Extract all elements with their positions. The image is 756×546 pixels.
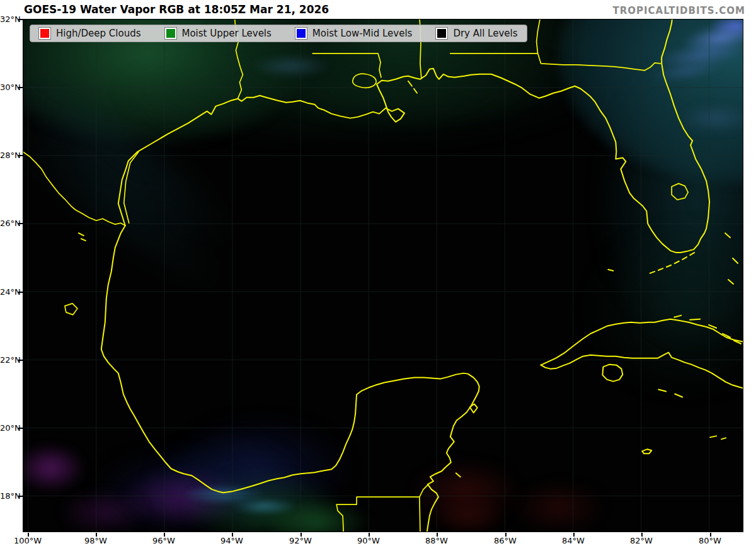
lon-label-86w: 86°W <box>485 536 525 545</box>
lat-tick <box>18 223 23 224</box>
legend-item-moist-upper: Moist Upper Levels <box>165 28 272 39</box>
florida-keys <box>650 253 694 273</box>
lat-label-24n: 24°N <box>0 287 18 297</box>
lon-label-92w: 92°W <box>280 536 321 545</box>
site-watermark: TROPICALTIDBITS.COM <box>613 5 746 16</box>
border-mexico-belize <box>420 484 428 497</box>
page-title: GOES-19 Water Vapor RGB at 18:05Z Mar 21… <box>24 3 329 16</box>
isla-juventud <box>602 365 622 382</box>
lon-label-98w: 98°W <box>76 536 116 545</box>
legend-label-dry-all-levels: Dry All Levels <box>453 28 517 39</box>
border-rio-grande <box>23 152 125 225</box>
lat-label-18n: 18°N <box>0 491 18 501</box>
lat-label-30n: 30°N <box>0 82 18 92</box>
page: { "header": { "title": "GOES-19 Water Va… <box>0 0 756 546</box>
lon-tick <box>232 533 233 537</box>
lat-label-20n: 20°N <box>0 423 18 433</box>
lon-tick <box>437 533 438 537</box>
legend-swatch-moist-upper <box>165 28 176 39</box>
mexico-coastline <box>101 225 479 532</box>
lon-label-100w: 100°W <box>8 536 48 545</box>
lon-tick <box>164 533 165 537</box>
lon-label-88w: 88°W <box>416 536 457 545</box>
lon-tick <box>710 533 711 537</box>
lon-tick <box>96 533 97 537</box>
border-la-ms <box>312 54 381 77</box>
lon-tick <box>641 533 643 537</box>
lon-label-80w: 80°W <box>690 536 730 545</box>
coastline-overlay <box>23 20 743 532</box>
satellite-map: High/Deep Clouds Moist Upper Levels Mois… <box>23 19 743 532</box>
lon-label-96w: 96°W <box>144 536 184 545</box>
lake-okeechobee <box>672 183 688 200</box>
lake-pontchartrain <box>353 74 376 88</box>
legend-item-moist-low-mid: Moist Low-Mid Levels <box>295 28 413 39</box>
cuba-south-coast <box>541 353 743 389</box>
lat-label-26n: 26°N <box>0 219 18 228</box>
lat-tick <box>18 428 23 429</box>
lat-label-22n: 22°N <box>0 355 18 365</box>
mexico-lagoon <box>65 304 77 315</box>
legend-swatch-high-deep-clouds <box>39 28 50 39</box>
lon-label-90w: 90°W <box>348 536 389 545</box>
legend-swatch-moist-low-mid <box>295 28 307 39</box>
lon-tick <box>573 533 575 537</box>
island-dashes <box>79 81 741 477</box>
lon-tick <box>301 533 302 537</box>
lon-label-82w: 82°W <box>621 536 662 545</box>
map-legend: High/Deep Clouds Moist Upper Levels Mois… <box>30 25 527 42</box>
lat-tick <box>18 360 23 361</box>
legend-swatch-dry-all-levels <box>436 28 447 39</box>
lon-tick <box>28 533 29 537</box>
lon-label-84w: 84°W <box>553 536 593 545</box>
legend-label-high-deep-clouds: High/Deep Clouds <box>56 28 141 39</box>
lat-tick <box>18 19 23 20</box>
lat-tick <box>18 155 23 156</box>
us-coastline <box>118 20 709 253</box>
lat-tick <box>18 496 23 497</box>
legend-item-dry-all-levels: Dry All Levels <box>436 28 517 39</box>
lon-label-94w: 94°W <box>212 536 252 545</box>
border-yucatan-guatemala <box>336 497 420 532</box>
lon-tick <box>505 533 507 537</box>
lat-tick <box>18 292 23 293</box>
legend-label-moist-low-mid: Moist Low-Mid Levels <box>312 28 413 39</box>
grand-cayman <box>642 449 651 453</box>
lat-label-32n: 32°N <box>0 14 18 24</box>
lat-label-28n: 28°N <box>0 151 18 160</box>
legend-item-high-deep-clouds: High/Deep Clouds <box>39 28 141 39</box>
lat-tick <box>18 87 23 88</box>
legend-label-moist-upper: Moist Upper Levels <box>182 28 272 39</box>
padre-island-barrier <box>124 152 139 223</box>
border-al-ga <box>537 20 541 54</box>
border-al-fl-ga <box>450 54 660 71</box>
lon-tick <box>369 533 370 537</box>
